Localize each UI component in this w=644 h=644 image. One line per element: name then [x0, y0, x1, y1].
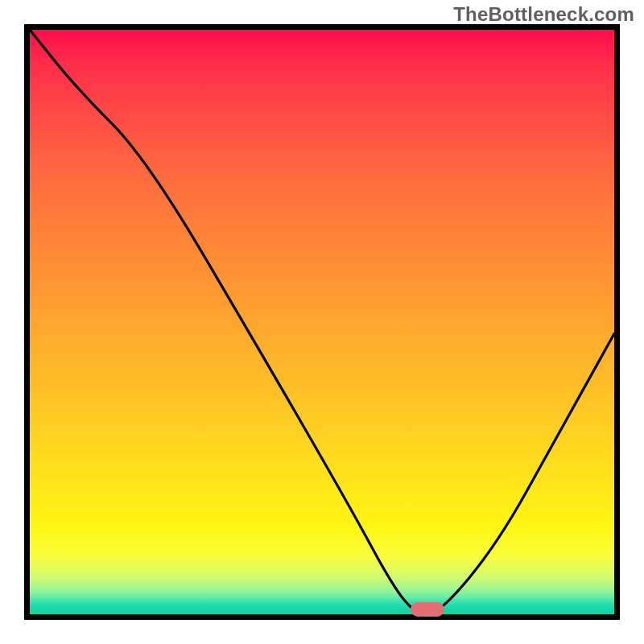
curve-svg — [30, 30, 614, 614]
plot-frame — [24, 24, 620, 620]
optimum-marker — [411, 602, 444, 617]
bottleneck-curve-path — [30, 30, 614, 614]
watermark-text: TheBottleneck.com — [453, 3, 634, 26]
chart-stage: TheBottleneck.com — [0, 0, 644, 644]
